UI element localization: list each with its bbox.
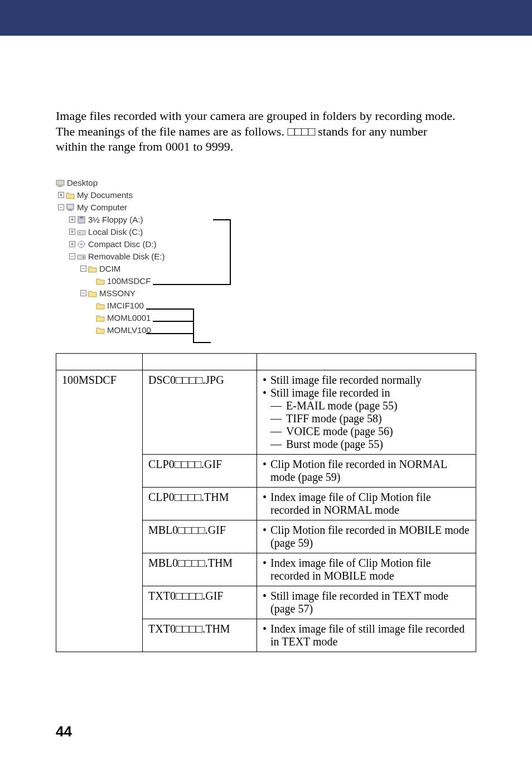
meaning-line: Burst mode (page 55) <box>263 438 470 451</box>
tree-row-local: + Local Disk (C:) <box>56 226 279 238</box>
collapse-icon: − <box>80 266 86 272</box>
cell-meaning: Still image file recorded in TEXT mode (… <box>257 586 476 619</box>
tree-label: My Computer <box>77 201 127 214</box>
disk-icon <box>77 228 86 237</box>
intro-line2a: The meanings of the file names are as fo… <box>56 124 287 138</box>
meaning-line: Index image file of still image file rec… <box>263 623 470 648</box>
tree-row-removable: − Removable Disk (E:) <box>56 250 279 263</box>
folder-icon <box>96 301 105 310</box>
collapse-icon: − <box>80 290 86 296</box>
cell-file: TXT0□□□□.THM <box>143 619 257 652</box>
tree-label: IMCIF100 <box>107 299 144 312</box>
svg-point-9 <box>81 243 83 245</box>
tree-label: DCIM <box>99 262 120 275</box>
cell-file: MBL0□□□□.THM <box>143 553 257 586</box>
tree-row-floppy: + 3½ Floppy (A:) <box>56 214 279 226</box>
top-banner <box>0 0 532 36</box>
tree-label: Removable Disk (E:) <box>88 250 165 263</box>
svg-rect-3 <box>68 210 72 211</box>
tree-label: Desktop <box>67 176 98 189</box>
collapse-icon: − <box>69 253 75 259</box>
tree-row-msdcf: 100MSDCF <box>56 275 279 287</box>
cell-meaning: Clip Motion file recorded in MOBILE mode… <box>257 520 476 553</box>
cell-file: MBL0□□□□.GIF <box>143 520 257 553</box>
meaning-line: Clip Motion file recorded in NORMAL mode… <box>263 458 470 484</box>
svg-rect-2 <box>67 204 74 209</box>
intro-line2b: stands for any number <box>315 124 428 138</box>
svg-rect-6 <box>78 230 85 235</box>
th-file <box>143 353 257 370</box>
folder-icon <box>96 314 105 322</box>
cell-file: CLP0□□□□.THM <box>143 487 257 520</box>
meaning-line: Index image file of Clip Motion file rec… <box>263 557 470 582</box>
cell-meaning: Index image file of Clip Motion file rec… <box>257 553 476 586</box>
svg-rect-0 <box>56 180 64 185</box>
svg-rect-11 <box>83 256 84 258</box>
meaning-line: Index image file of Clip Motion file rec… <box>263 491 470 517</box>
tree-row-dcim: − DCIM <box>56 263 279 275</box>
meaning-line: Still image file recorded in <box>263 387 470 399</box>
computer-icon <box>66 203 75 212</box>
meaning-line: Still image file recorded in TEXT mode (… <box>263 590 470 615</box>
expand-icon: + <box>69 241 75 247</box>
expand-icon: + <box>69 229 75 235</box>
page-number: 44 <box>56 723 72 740</box>
meaning-line: Clip Motion file recorded in MOBILE mode… <box>263 524 470 549</box>
tree-row-cd: + Compact Disc (D:) <box>56 238 279 250</box>
collapse-icon: − <box>58 204 64 210</box>
cell-meaning: Index image file of Clip Motion file rec… <box>257 487 476 520</box>
tree-label: MSSONY <box>99 287 136 300</box>
tree-label: 3½ Floppy (A:) <box>88 213 143 226</box>
cell-file: TXT0□□□□.GIF <box>143 586 257 619</box>
meaning-line: Still image file recorded normally <box>263 374 470 387</box>
tree-label: MOML0001 <box>107 311 151 324</box>
tree-row-mydocs: + My Documents <box>56 189 279 201</box>
page-content: Image files recorded with your camera ar… <box>0 36 532 652</box>
svg-point-7 <box>79 232 80 233</box>
th-meaning <box>257 353 476 370</box>
tree-label: 100MSDCF <box>107 274 151 287</box>
floppy-icon <box>77 215 86 224</box>
tree-row-desktop: Desktop <box>56 177 279 189</box>
table-row: 100MSDCFDSC0□□□□.JPGStill image file rec… <box>56 370 476 454</box>
tree-row-momlv: MOMLV100 <box>56 324 279 336</box>
cd-icon <box>77 240 86 249</box>
tree-label: My Documents <box>77 189 133 201</box>
tree-label: MOMLV100 <box>107 324 151 336</box>
cell-meaning: Still image file recorded normallyStill … <box>257 370 476 454</box>
intro-paragraph: Image files recorded with your camera ar… <box>56 108 476 155</box>
folder-icon <box>96 277 105 286</box>
placeholder-squares: □□□□ <box>287 124 315 138</box>
desktop-icon <box>56 179 65 187</box>
tree-row-mssony: − MSSONY <box>56 287 279 300</box>
cell-folder: 100MSDCF <box>56 370 143 652</box>
cell-meaning: Clip Motion file recorded in NORMAL mode… <box>257 454 476 487</box>
expand-icon: + <box>69 216 75 223</box>
intro-line1: Image files recorded with your camera ar… <box>56 109 456 123</box>
file-table: 100MSDCFDSC0□□□□.JPGStill image file rec… <box>56 353 476 652</box>
removable-disk-icon <box>77 252 86 261</box>
tree-label: Local Disk (C:) <box>88 225 143 238</box>
tree-label: Compact Disc (D:) <box>88 238 157 250</box>
tree-row-mycomp: − My Computer <box>56 201 279 214</box>
folder-icon <box>66 191 75 200</box>
tree-row-moml0: MOML0001 <box>56 312 279 324</box>
folder-icon <box>88 264 97 273</box>
meaning-line: E-MAIL mode (page 55) <box>263 399 470 412</box>
cell-file: CLP0□□□□.GIF <box>143 454 257 487</box>
meaning-line: TIFF mode (page 58) <box>263 412 470 425</box>
tree-row-imcif: IMCIF100 <box>56 300 279 312</box>
folder-icon <box>88 289 97 298</box>
svg-rect-5 <box>80 216 83 219</box>
cell-meaning: Index image file of still image file rec… <box>257 619 476 652</box>
svg-rect-1 <box>58 186 62 187</box>
expand-icon: + <box>58 192 64 198</box>
intro-line3: within the range from 0001 to 9999. <box>56 139 233 153</box>
folder-icon <box>96 326 105 335</box>
folder-tree: Desktop + My Documents − My Computer + <box>56 177 279 336</box>
th-folder <box>56 353 143 370</box>
cell-file: DSC0□□□□.JPG <box>143 370 257 454</box>
meaning-line: VOICE mode (page 56) <box>263 425 470 438</box>
